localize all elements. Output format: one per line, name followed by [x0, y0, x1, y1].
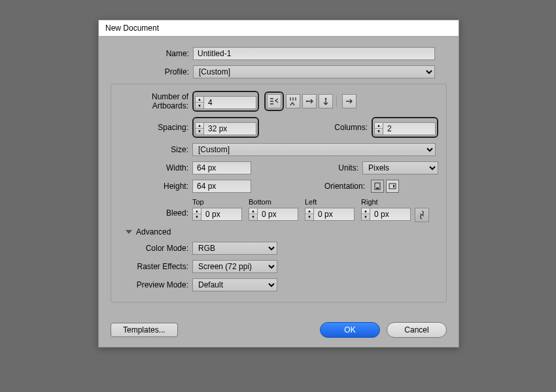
name-input[interactable] [193, 47, 435, 60]
cancel-button[interactable]: Cancel [387, 322, 447, 338]
profile-label: Profile: [111, 67, 193, 76]
color-mode-select[interactable]: RGB [192, 242, 277, 255]
bleed-bottom-label: Bottom [249, 198, 298, 206]
columns-label: Columns: [334, 123, 372, 132]
arrange-row-icon[interactable] [302, 94, 317, 108]
artboards-label: Number of Artboards: [119, 92, 192, 110]
svg-rect-3 [376, 188, 379, 189]
svg-point-0 [306, 101, 307, 102]
columns-stepper[interactable]: ▲▼ [374, 122, 436, 135]
new-document-dialog: New Document Name: Profile: [Custom] Num… [98, 20, 459, 348]
artboards-stepper-btns[interactable]: ▲▼ [195, 96, 204, 109]
bleed-left-input[interactable] [314, 208, 355, 221]
units-label: Units: [338, 163, 362, 172]
preview-label: Preview Mode: [119, 280, 192, 289]
svg-point-1 [325, 98, 326, 99]
grid-by-column-icon[interactable] [286, 94, 300, 108]
width-label: Width: [119, 163, 192, 172]
bleed-bottom-stepper[interactable]: ▲▼ [249, 208, 298, 221]
profile-select[interactable]: [Custom] [193, 65, 435, 78]
dialog-title: New Document [99, 20, 459, 37]
bleed-left-stepper[interactable]: ▲▼ [305, 208, 355, 221]
artboards-stepper[interactable]: ▲▼ [195, 96, 256, 109]
chevron-down-icon [126, 230, 132, 234]
orientation-label: Orientation: [324, 182, 369, 191]
preview-select[interactable]: Default [192, 278, 277, 291]
document-settings-group: Number of Artboards: ▲▼ [111, 84, 447, 302]
layout-direction-icon[interactable] [342, 94, 356, 108]
bleed-left-label: Left [305, 198, 355, 206]
bleed-right-stepper[interactable]: ▲▼ [361, 208, 411, 221]
units-select[interactable]: Pixels [362, 161, 438, 174]
height-input[interactable] [192, 180, 251, 193]
svg-rect-5 [393, 185, 394, 188]
ok-button[interactable]: OK [320, 322, 380, 338]
templates-button[interactable]: Templates... [111, 323, 178, 337]
artboards-input[interactable] [204, 96, 256, 109]
raster-label: Raster Effects: [119, 262, 192, 271]
bleed-top-label: Top [192, 198, 242, 206]
link-bleed-icon[interactable] [415, 208, 429, 222]
raster-select[interactable]: Screen (72 ppi) [192, 260, 277, 273]
bleed-label: Bleed: [119, 198, 192, 218]
color-mode-label: Color Mode: [119, 244, 192, 253]
bleed-right-input[interactable] [370, 208, 411, 221]
height-label: Height: [119, 182, 192, 191]
advanced-label: Advanced [136, 227, 171, 237]
arrange-column-icon[interactable] [319, 94, 333, 108]
orientation-portrait-icon[interactable] [371, 180, 384, 193]
orientation-landscape-icon[interactable] [386, 180, 399, 193]
spacing-stepper[interactable]: ▲▼ [195, 122, 256, 135]
spacing-label: Spacing: [119, 123, 192, 132]
grid-by-row-icon[interactable] [267, 94, 281, 108]
size-select[interactable]: [Custom] [192, 143, 436, 156]
bleed-top-input[interactable] [201, 208, 242, 221]
size-label: Size: [119, 145, 192, 154]
svg-rect-4 [389, 184, 396, 189]
columns-input[interactable] [383, 122, 436, 135]
bleed-right-label: Right [361, 198, 411, 206]
dialog-content: Name: Profile: [Custom] Number of Artboa… [99, 37, 459, 347]
name-label: Name: [111, 49, 193, 58]
bleed-top-stepper[interactable]: ▲▼ [192, 208, 242, 221]
bleed-bottom-input[interactable] [258, 208, 298, 221]
spacing-input[interactable] [204, 122, 256, 135]
advanced-toggle[interactable]: Advanced [126, 227, 438, 237]
width-input[interactable] [192, 161, 251, 174]
